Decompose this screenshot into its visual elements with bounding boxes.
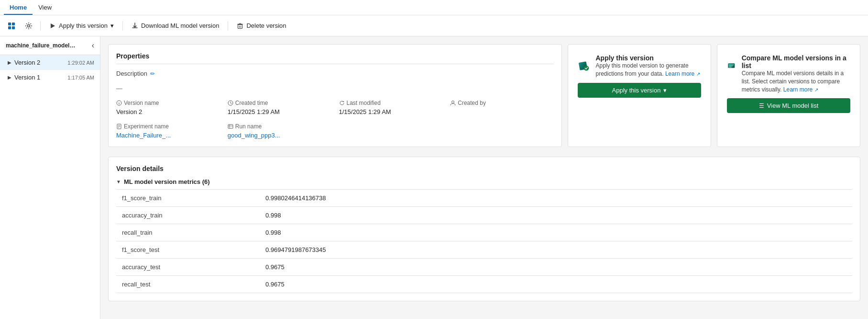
version-name-value: Version 2 <box>116 108 220 115</box>
metrics-table: f1_score_train0.9980246414136738accuracy… <box>116 189 852 293</box>
compare-card-title: Compare ML model versions in a list <box>742 54 850 69</box>
props-grid: v Version name Version 2 <box>116 100 554 139</box>
gear-icon <box>25 22 33 30</box>
properties-card: Properties Description ✏ — v Versio <box>108 44 562 147</box>
top-nav: Home View <box>0 0 868 15</box>
sidebar-collapse-button[interactable]: ‹ <box>92 41 94 50</box>
chevron-right-icon-v1: ▶ <box>8 75 11 80</box>
sidebar-title: machine_failure_model_... <box>6 42 77 49</box>
experiment-name-link[interactable]: Machine_Failure_... <box>116 132 171 139</box>
prop-experiment-name: Experiment name Machine_Failure_... <box>116 123 220 139</box>
prop-created-by: Created by <box>450 100 554 115</box>
play-icon <box>49 23 56 29</box>
apply-card-header: Apply this version Apply this model vers… <box>578 54 701 78</box>
table-row: accuracy_test0.9675 <box>116 259 852 276</box>
profile-icon-button[interactable] <box>4 18 19 34</box>
version-details-section: Version details ▼ ML model version metri… <box>108 157 860 301</box>
svg-point-25 <box>584 66 589 71</box>
version-icon: v <box>116 100 122 106</box>
download-button[interactable]: Download ML model version <box>127 18 224 34</box>
sidebar-item-version1[interactable]: ▶ Version 1 1:17:05 AM <box>0 70 100 85</box>
apply-btn-dropdown-icon: ▾ <box>663 87 667 94</box>
apply-this-version-card: Apply this version Apply this model vers… <box>568 44 711 147</box>
view-ml-model-list-button[interactable]: ☰ View ML model list <box>727 98 850 113</box>
sidebar: machine_failure_model_... ‹ ▶ Version 2 … <box>0 36 100 319</box>
toolbar-divider-3 <box>228 21 228 31</box>
refresh-icon <box>339 100 345 106</box>
toolbar-divider-1 <box>40 21 41 31</box>
compare-card-header: Compare ML model versions in a list Comp… <box>727 54 850 93</box>
last-modified-value: 1/15/2025 1:29 AM <box>339 108 443 115</box>
svg-rect-0 <box>8 23 11 25</box>
svg-line-14 <box>231 103 232 104</box>
version1-label: Version 1 <box>14 74 40 81</box>
compare-ml-versions-card: Compare ML model versions in a list Comp… <box>717 44 860 147</box>
svg-rect-7 <box>238 24 242 28</box>
svg-point-4 <box>28 24 30 27</box>
metrics-section-label: ML model version metrics (6) <box>124 178 210 185</box>
chevron-right-icon-v2: ▶ <box>8 60 11 65</box>
prop-run-name: Run name good_wing_ppp3... <box>228 123 331 139</box>
experiment-icon <box>116 124 122 129</box>
properties-title: Properties <box>116 52 554 60</box>
properties-divider <box>116 64 554 64</box>
chevron-down-icon: ▼ <box>116 179 121 184</box>
apply-learn-more-link[interactable]: Learn more ↗ <box>665 70 700 77</box>
svg-point-16 <box>452 101 454 103</box>
svg-rect-21 <box>228 125 233 128</box>
apply-version-button[interactable]: Apply this version ▾ <box>44 18 119 34</box>
table-row: recall_test0.9675 <box>116 276 852 293</box>
apply-card-title: Apply this version <box>595 54 701 62</box>
table-row: f1_score_train0.9980246414136738 <box>116 190 852 207</box>
edit-icon[interactable]: ✏ <box>150 70 155 77</box>
version2-label: Version 2 <box>14 59 40 66</box>
toolbar: Apply this version ▾ Download ML model v… <box>0 15 868 36</box>
content-area: Properties Description ✏ — v Versio <box>100 36 868 319</box>
svg-rect-2 <box>8 26 11 29</box>
svg-rect-3 <box>12 26 15 29</box>
apply-this-version-button[interactable]: Apply this version ▾ <box>578 83 701 98</box>
run-name-link[interactable]: good_wing_ppp3... <box>228 132 280 139</box>
download-icon <box>132 23 138 29</box>
table-row: recall_train0.998 <box>116 224 852 241</box>
profile-icon <box>8 22 15 30</box>
description-row: Description ✏ <box>116 70 554 77</box>
main-layout: machine_failure_model_... ‹ ▶ Version 2 … <box>0 36 868 319</box>
compare-icon <box>727 54 736 77</box>
description-value: — <box>116 85 554 92</box>
version-details-title: Version details <box>116 165 852 172</box>
run-icon <box>228 124 233 129</box>
apply-dropdown-icon: ▾ <box>110 22 114 29</box>
toolbar-divider-2 <box>122 21 123 31</box>
sidebar-item-version2[interactable]: ▶ Version 2 1:29:02 AM <box>0 55 100 70</box>
version1-time: 1:17:05 AM <box>67 75 94 80</box>
external-link-icon-2: ↗ <box>814 87 818 92</box>
prop-last-modified: Last modified 1/15/2025 1:29 AM <box>339 100 443 115</box>
table-row: accuracy_train0.998 <box>116 207 852 224</box>
metrics-section-header[interactable]: ▼ ML model version metrics (6) <box>116 178 852 185</box>
compare-learn-more-link[interactable]: Learn more ↗ <box>783 86 818 93</box>
prop-created-time: Created time 1/15/2025 1:29 AM <box>228 100 331 115</box>
compare-card-desc: Compare ML model versions details in a l… <box>742 69 850 93</box>
svg-text:v: v <box>118 102 120 105</box>
cards-row: Properties Description ✏ — v Versio <box>108 44 860 147</box>
clock-icon <box>228 100 233 106</box>
settings-icon-button[interactable] <box>21 18 36 34</box>
external-link-icon-1: ↗ <box>696 71 700 77</box>
sidebar-header: machine_failure_model_... ‹ <box>0 36 100 55</box>
person-icon <box>450 100 456 106</box>
svg-rect-1 <box>12 23 15 25</box>
metrics-section: ▼ ML model version metrics (6) f1_score_… <box>116 178 852 293</box>
version2-time: 1:29:02 AM <box>67 60 94 66</box>
tab-home[interactable]: Home <box>4 0 33 15</box>
apply-card-desc: Apply this model version to generate pre… <box>595 62 701 78</box>
created-time-value: 1/15/2025 1:29 AM <box>228 108 331 115</box>
model-icon <box>578 54 590 77</box>
tab-view[interactable]: View <box>33 0 57 15</box>
svg-marker-5 <box>51 23 55 28</box>
delete-button[interactable]: Delete version <box>232 18 291 34</box>
prop-version-name: v Version name Version 2 <box>116 100 220 115</box>
description-label: Description <box>116 70 147 77</box>
delete-icon <box>237 23 243 29</box>
table-row: f1_score_test0.9694791987673345 <box>116 241 852 259</box>
